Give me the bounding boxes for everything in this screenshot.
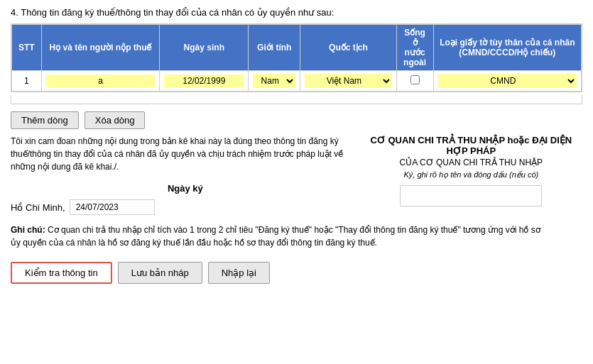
ghi-chu: Ghi chú: Cơ quan chi trả thu nhập chỉ tí…	[11, 224, 543, 249]
input-ngaysinh[interactable]	[164, 75, 244, 87]
date-row: Hồ Chí Minh,	[11, 199, 360, 215]
cell-loaigiay[interactable]: CMND CCCD Hộ chiếu	[433, 71, 581, 92]
th-stt: STT	[12, 25, 42, 71]
disclaimer-text: Tôi xin cam đoan những nội dung trong bả…	[11, 135, 360, 173]
ghi-chu-text: Cơ quan chi trả thu nhập chỉ tích vào 1 …	[11, 225, 540, 248]
left-bottom: Tôi xin cam đoan những nội dung trong bả…	[11, 135, 360, 215]
select-quoctich[interactable]: Việt Nam Khác	[305, 74, 391, 88]
select-gioitinh[interactable]: Nam Nữ	[253, 74, 295, 88]
th-quoctich: Quốc tịch	[300, 25, 396, 71]
table-scrollbar[interactable]	[11, 95, 582, 104]
select-loaigiay[interactable]: CMND CCCD Hộ chiếu	[438, 74, 577, 88]
bottom-section: Tôi xin cam đoan những nội dung trong bả…	[11, 135, 582, 215]
date-input[interactable]	[70, 199, 155, 215]
cell-gioitinh[interactable]: Nam Nữ	[249, 71, 300, 92]
date-location: Hồ Chí Minh,	[11, 202, 65, 213]
ghi-chu-label: Ghi chú:	[11, 225, 45, 235]
xoa-dong-button[interactable]: Xóa dòng	[85, 111, 146, 129]
th-loaigiay: Loại giấy tờ tùy thân của cá nhân (CMND/…	[433, 25, 581, 71]
person-table: STT Họ và tên người nộp thuế Ngày sinh G…	[11, 24, 582, 92]
data-table-wrapper: STT Họ và tên người nộp thuế Ngày sinh G…	[11, 23, 582, 92]
cell-ngaysinh[interactable]	[160, 71, 249, 92]
table-actions: Thêm dòng Xóa dòng	[11, 111, 582, 129]
signature-box	[400, 185, 542, 206]
action-buttons: Kiểm tra thông tin Lưu bản nháp Nhập lại	[11, 262, 582, 284]
section-title: 4. Thông tin đăng ký thuế/thông tin thay…	[11, 7, 582, 18]
nhap-lai-button[interactable]: Nhập lại	[208, 262, 270, 284]
agency-section: CƠ QUAN CHI TRẢ THU NHẬP hoặc ĐẠI DIỆN H…	[360, 135, 582, 206]
cell-hoten[interactable]	[41, 71, 160, 92]
checkbox-songnuoi[interactable]	[410, 75, 420, 84]
them-dong-button[interactable]: Thêm dòng	[11, 111, 79, 129]
table-row: 1 Nam Nữ Việt Nam Khác	[12, 71, 582, 92]
agency-subtitle: CỦA CƠ QUAN CHI TRẢ THU NHẬP	[360, 158, 582, 167]
agency-title: CƠ QUAN CHI TRẢ THU NHẬP hoặc ĐẠI DIỆN H…	[360, 135, 582, 156]
luu-ban-nhap-button[interactable]: Lưu bản nháp	[118, 262, 202, 284]
agency-note: Ký, ghi rõ họ tên và đóng dấu (nếu có)	[360, 170, 582, 180]
th-songnuoi: Sống ở nước ngoài	[396, 25, 433, 71]
kiem-tra-button[interactable]: Kiểm tra thông tin	[11, 262, 112, 284]
cell-stt: 1	[12, 71, 42, 92]
th-hoten: Họ và tên người nộp thuế	[41, 25, 160, 71]
cell-quoctich[interactable]: Việt Nam Khác	[300, 71, 396, 92]
date-label: Ngày ký	[11, 183, 360, 194]
th-gioitinh: Giới tính	[249, 25, 300, 71]
cell-songnuoi[interactable]	[396, 71, 433, 92]
input-hoten[interactable]	[46, 75, 156, 87]
th-ngaysinh: Ngày sinh	[160, 25, 249, 71]
